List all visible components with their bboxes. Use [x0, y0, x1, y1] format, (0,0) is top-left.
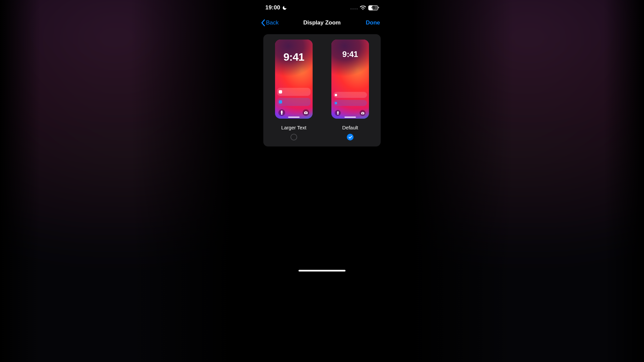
background-right — [413, 0, 644, 362]
flashlight-icon — [335, 110, 341, 116]
option-label-default: Default — [342, 125, 358, 130]
preview-clock: 9:41 — [275, 51, 313, 63]
status-time: 19:00 — [265, 4, 280, 11]
status-bar: 19:00 45 — [259, 0, 385, 15]
back-label: Back — [266, 19, 279, 26]
cellular-dots-icon — [351, 6, 358, 9]
done-button[interactable]: Done — [366, 15, 380, 30]
page-title: Display Zoom — [303, 19, 340, 26]
back-button[interactable]: Back — [261, 15, 279, 30]
preview-clock: 9:41 — [331, 50, 369, 59]
option-larger-text[interactable]: 9:41 — [270, 40, 317, 140]
home-indicator[interactable] — [299, 270, 345, 272]
nav-bar: Back Display Zoom Done — [259, 15, 385, 30]
battery-icon: 45 — [368, 5, 378, 10]
wifi-icon — [360, 6, 366, 10]
preview-larger-text: 9:41 — [275, 40, 313, 119]
do-not-disturb-icon — [282, 5, 287, 10]
stage: 19:00 45 — [0, 0, 644, 362]
camera-icon — [303, 109, 309, 116]
radio-default[interactable] — [347, 134, 354, 140]
phone-screen: 19:00 45 — [259, 0, 385, 274]
preview-notifications — [277, 88, 311, 106]
status-right: 45 — [351, 5, 378, 10]
preview-default: 9:41 — [331, 40, 369, 119]
option-label-larger: Larger Text — [281, 125, 307, 130]
option-default[interactable]: 9:41 — [327, 40, 374, 140]
preview-notifications — [333, 92, 367, 106]
preview-home-indicator — [344, 117, 356, 118]
background-left — [0, 0, 231, 362]
preview-home-indicator — [288, 117, 300, 118]
camera-icon — [360, 110, 366, 116]
flashlight-icon — [278, 109, 285, 116]
radio-larger-text[interactable] — [290, 134, 297, 140]
status-left: 19:00 — [265, 4, 287, 11]
options-card: 9:41 — [263, 34, 381, 146]
battery-percent: 45 — [369, 6, 378, 9]
phone-frame: 19:00 45 — [231, 0, 413, 362]
options-row: 9:41 — [268, 40, 376, 140]
